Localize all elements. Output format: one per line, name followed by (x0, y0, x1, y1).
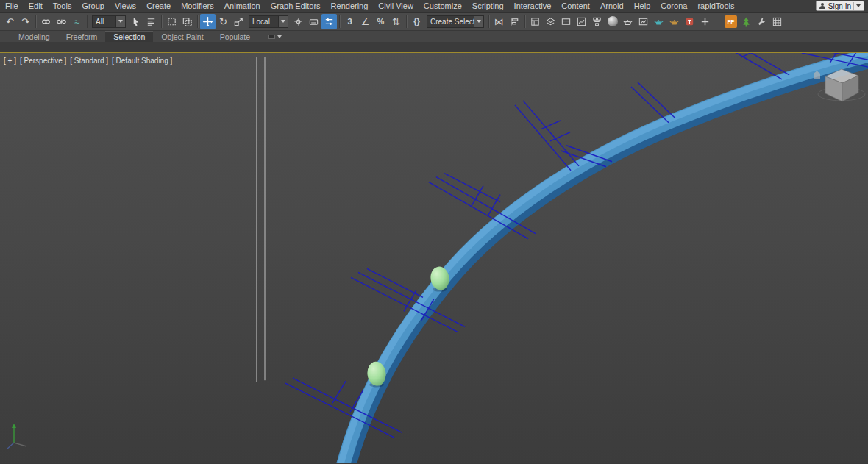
selection-filter-caret-icon[interactable] (115, 16, 125, 27)
angle-snap-icon[interactable]: ∠ (357, 14, 373, 29)
sign-in-button[interactable]: Sign In (816, 1, 864, 11)
redo-icon[interactable]: ↷ (18, 14, 33, 29)
menu-arnold[interactable]: Arnold (595, 0, 629, 12)
toolbar-separator (87, 15, 88, 28)
ribbon-minimize-caret-icon (277, 35, 282, 38)
material-editor-icon[interactable] (605, 14, 620, 29)
tree-plugin-icon[interactable] (739, 14, 754, 29)
vertical-spline-pair[interactable] (257, 57, 265, 382)
rendered-frame-window-icon[interactable] (636, 14, 651, 29)
render-production-icon[interactable] (651, 14, 666, 29)
menu-civil-view[interactable]: Civil View (373, 0, 418, 12)
edit-named-selection-sets-icon[interactable]: {} (409, 14, 424, 29)
marker-cluster[interactable] (515, 101, 579, 171)
viewport-canvas[interactable] (0, 53, 868, 463)
3dsmax-window: File Edit Tools Group Views Create Modif… (0, 0, 868, 464)
render-texture-icon[interactable] (682, 14, 697, 29)
sign-in-label: Sign In (828, 2, 851, 10)
add-button[interactable] (697, 14, 713, 29)
tab-modeling[interactable]: Modeling (10, 31, 58, 42)
render-activeshade-icon[interactable] (666, 14, 682, 29)
menu-rapidtools[interactable]: rapidTools (692, 0, 739, 12)
rectangular-selection-icon[interactable] (164, 14, 179, 29)
tab-freeform[interactable]: Freeform (58, 31, 106, 42)
named-selection-sets-dropdown[interactable]: Create Selection Se (427, 15, 484, 28)
menu-rendering[interactable]: Rendering (326, 0, 374, 12)
menu-customize[interactable]: Customize (419, 0, 467, 12)
menu-tools[interactable]: Tools (48, 0, 77, 12)
named-selection-sets-value: Create Selection Se (427, 16, 474, 27)
viewport-menu-pov[interactable]: [ Perspective ] (20, 57, 66, 65)
ribbon-tab-bar: Modeling Freeform Selection Object Paint… (0, 31, 868, 42)
menu-bar: File Edit Tools Group Views Create Modif… (0, 0, 868, 13)
window-crossing-icon[interactable] (179, 14, 195, 29)
viewport-menu-general[interactable]: [ + ] (4, 57, 16, 65)
toolbar-separator (197, 15, 198, 28)
named-sets-caret-icon[interactable] (474, 16, 483, 27)
menu-edit[interactable]: Edit (24, 0, 48, 12)
viewport-menu-renderer[interactable]: [ Standard ] (70, 57, 108, 65)
schematic-view-icon[interactable] (589, 14, 605, 29)
use-center-flyout-icon[interactable] (291, 14, 306, 29)
forest-pack-icon[interactable]: FP (723, 14, 739, 29)
snaps-toggle-icon[interactable]: 3 (342, 14, 357, 29)
select-by-name-icon[interactable] (143, 14, 159, 29)
axis-tripod (7, 424, 26, 449)
percent-snap-icon[interactable]: % (373, 14, 388, 29)
toolbar-separator (161, 15, 162, 28)
selection-filter-value: All (93, 16, 115, 27)
menu-corona[interactable]: Corona (655, 0, 692, 12)
menu-content[interactable]: Content (556, 0, 595, 12)
sign-in-divider (853, 2, 854, 10)
tab-populate[interactable]: Populate (212, 31, 258, 42)
curve-editor-icon[interactable] (574, 14, 589, 29)
wrench-tool-icon[interactable] (754, 14, 769, 29)
viewport-menu-shading[interactable]: [ Default Shading ] (112, 57, 172, 65)
viewcube[interactable] (813, 69, 866, 101)
toolbar-separator (35, 15, 36, 28)
toggle-layer-explorer-icon[interactable] (543, 14, 558, 29)
select-and-link-icon[interactable] (38, 14, 54, 29)
menu-graph-editors[interactable]: Graph Editors (266, 0, 326, 12)
select-and-scale-icon[interactable] (231, 14, 246, 29)
selection-filter-dropdown[interactable]: All (92, 15, 126, 28)
select-and-rotate-icon[interactable]: ↻ (216, 14, 231, 29)
menu-scripting[interactable]: Scripting (467, 0, 509, 12)
toggle-ribbon-icon[interactable] (558, 14, 574, 29)
ribbon-minimize-icon (268, 35, 275, 39)
select-and-move-icon[interactable] (200, 14, 216, 29)
align-icon[interactable] (507, 14, 522, 29)
render-setup-icon[interactable] (620, 14, 636, 29)
menu-interactive[interactable]: Interactive (509, 0, 557, 12)
bind-to-space-warp-icon[interactable]: ≈ (69, 14, 85, 29)
tab-object-paint[interactable]: Object Paint (153, 31, 211, 42)
mirror-icon[interactable]: ⋈ (491, 14, 507, 29)
menu-help[interactable]: Help (629, 0, 656, 12)
toggle-scene-explorer-icon[interactable] (527, 14, 543, 29)
toolbar-separator (339, 15, 340, 28)
coord-system-caret-icon[interactable] (278, 16, 288, 27)
menu-create[interactable]: Create (141, 0, 176, 12)
tab-selection[interactable]: Selection (105, 31, 153, 42)
unlink-selection-icon[interactable] (54, 14, 69, 29)
menu-views[interactable]: Views (110, 0, 141, 12)
select-and-manipulate-icon[interactable] (321, 14, 337, 29)
menu-animation[interactable]: Animation (219, 0, 266, 12)
undo-icon[interactable]: ↶ (2, 14, 18, 29)
toolbar-separator (488, 15, 489, 28)
menu-group[interactable]: Group (77, 0, 110, 12)
select-object-icon[interactable] (128, 14, 143, 29)
toolbar-separator (524, 15, 525, 28)
sign-in-caret-icon[interactable] (856, 4, 861, 7)
ribbon-minimize-button[interactable] (266, 31, 285, 42)
perspective-viewport[interactable]: [ + ] [ Perspective ] [ Standard ] [ Def… (0, 52, 868, 463)
road-spline[interactable] (341, 53, 868, 463)
spinner-snap-icon[interactable]: ⇅ (388, 14, 404, 29)
menu-modifiers[interactable]: Modifiers (176, 0, 219, 12)
grid-display-icon[interactable] (769, 14, 785, 29)
user-icon (819, 3, 826, 10)
reference-coordinate-dropdown[interactable]: Local (249, 15, 288, 28)
keyboard-override-icon[interactable] (306, 14, 321, 29)
menu-file[interactable]: File (0, 0, 24, 12)
viewport-label: [ + ] [ Perspective ] [ Standard ] [ Def… (4, 57, 172, 65)
